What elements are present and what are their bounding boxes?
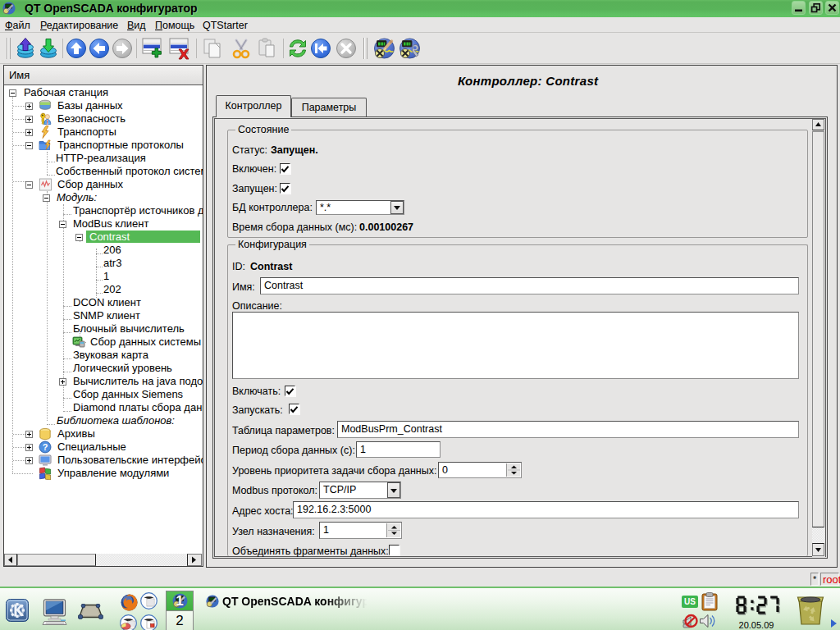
svg-text:?: ? [43, 442, 48, 452]
